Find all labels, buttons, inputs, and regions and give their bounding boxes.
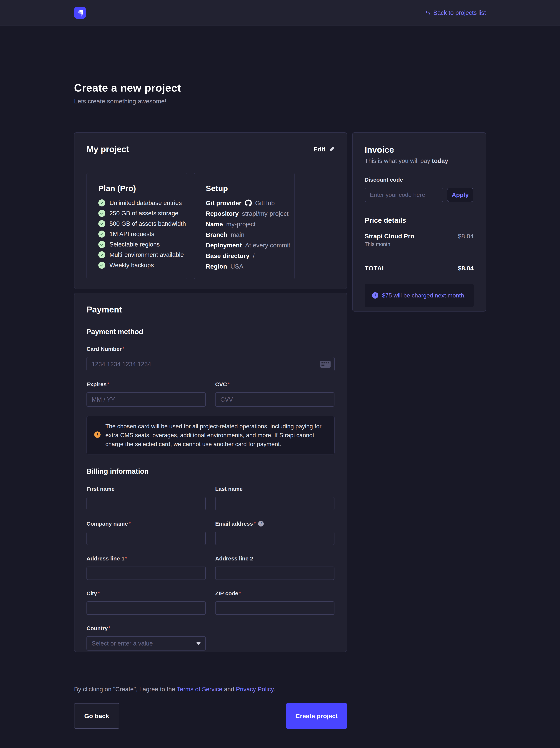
discount-code-input[interactable] <box>365 188 443 202</box>
footer-actions: Go back Create project <box>74 703 347 729</box>
first-name-input[interactable] <box>87 497 206 510</box>
invoice-title: Invoice <box>365 145 474 155</box>
city-label: City* <box>87 590 206 597</box>
strapi-logo-icon <box>74 7 86 19</box>
required-asterisk: * <box>98 590 100 597</box>
first-name-field-group: First name <box>87 486 206 510</box>
back-arrow-icon <box>425 10 430 16</box>
top-navbar: Back to projects list <box>0 0 560 26</box>
invoice-panel: Invoice This is what you will pay today … <box>352 132 486 311</box>
total-amount: $8.04 <box>458 265 474 272</box>
price-item-name: Strapi Cloud Pro <box>365 233 414 240</box>
edit-project-button[interactable]: Edit <box>314 146 335 153</box>
setup-row-repository: Repository strapi/my-project <box>206 210 283 217</box>
country-field-group: Country* Select or enter a value <box>87 625 206 651</box>
plan-feature-list: Unlimited database entries 250 GB of ass… <box>98 199 175 269</box>
country-select[interactable]: Select or enter a value <box>87 636 206 651</box>
list-item: Unlimited database entries <box>98 199 175 207</box>
payment-card: Payment Payment method Card Number* Expi… <box>74 293 347 652</box>
company-field-group: Company name* <box>87 521 206 545</box>
company-label: Company name* <box>87 521 206 527</box>
github-icon <box>245 200 252 207</box>
terms-of-service-link[interactable]: Terms of Service <box>177 686 222 693</box>
plan-title: Plan (Pro) <box>98 184 175 193</box>
city-field-group: City* <box>87 590 206 615</box>
card-usage-warning: ! The chosen card will be used for all p… <box>87 416 335 454</box>
setup-row-git-provider: Git provider GitHub <box>206 199 283 207</box>
terms-text: By clicking on "Create", I agree to the … <box>74 686 486 693</box>
price-details-heading: Price details <box>365 216 474 225</box>
email-input[interactable] <box>215 532 335 545</box>
cvc-label: CVC* <box>215 381 335 388</box>
setup-subcard: Setup Git provider GitHub Repository str… <box>194 173 295 279</box>
first-name-label: First name <box>87 486 206 492</box>
check-icon <box>98 200 105 207</box>
warning-text: The chosen card will be used for all pro… <box>105 422 327 448</box>
expires-label: Expires* <box>87 381 206 388</box>
notice-text: $75 will be charged next month. <box>382 292 466 299</box>
required-asterisk: * <box>107 381 109 387</box>
plan-subcard: Plan (Pro) Unlimited database entries 25… <box>87 173 188 279</box>
setup-row-region: Region USA <box>206 263 283 270</box>
strapi-logo[interactable] <box>74 7 86 19</box>
list-item: Selectable regions <box>98 241 175 248</box>
card-number-label: Card Number* <box>87 346 335 352</box>
required-asterisk: * <box>239 590 241 597</box>
list-item: 250 GB of assets storage <box>98 210 175 217</box>
zip-code-input[interactable] <box>215 601 335 615</box>
create-project-button[interactable]: Create project <box>286 703 347 729</box>
address-line1-input[interactable] <box>87 566 206 580</box>
check-icon <box>98 241 105 248</box>
last-name-label: Last name <box>215 486 335 492</box>
zip-label: ZIP code* <box>215 590 335 597</box>
address-line2-input[interactable] <box>215 566 335 580</box>
company-name-input[interactable] <box>87 532 206 545</box>
list-item: Multi-environment available <box>98 251 175 259</box>
apply-discount-button[interactable]: Apply <box>447 188 473 202</box>
email-field-group: Email address* i <box>215 521 335 545</box>
go-back-button[interactable]: Go back <box>74 703 119 729</box>
page-title: Create a new project <box>74 81 486 94</box>
back-to-projects-link[interactable]: Back to projects list <box>425 9 486 16</box>
my-project-title: My project <box>87 144 129 154</box>
setup-row-deployment: Deployment At every commit <box>206 241 283 249</box>
city-input[interactable] <box>87 601 206 615</box>
info-icon[interactable]: i <box>258 521 264 527</box>
card-number-input[interactable] <box>87 357 335 371</box>
last-name-input[interactable] <box>215 497 335 510</box>
billing-heading: Billing information <box>87 467 335 475</box>
privacy-policy-link[interactable]: Privacy Policy <box>236 686 273 693</box>
page-subtitle: Lets create something awesome! <box>74 98 486 105</box>
discount-code-label: Discount code <box>365 177 474 183</box>
next-month-notice: i $75 will be charged next month. <box>365 284 474 307</box>
price-line-item: Strapi Cloud Pro $8.04 <box>365 233 474 240</box>
country-select-placeholder: Select or enter a value <box>92 640 153 647</box>
check-icon <box>98 210 105 217</box>
back-link-label: Back to projects list <box>433 9 486 16</box>
email-label: Email address* i <box>215 521 335 527</box>
list-item: Weekly backups <box>98 261 175 269</box>
payment-title: Payment <box>87 304 335 314</box>
total-label: TOTAL <box>365 265 386 272</box>
setup-title: Setup <box>206 184 283 193</box>
price-item-period: This month <box>365 241 474 247</box>
expires-input[interactable] <box>87 392 206 406</box>
setup-row-base-directory: Base directory / <box>206 252 283 259</box>
payment-method-heading: Payment method <box>87 328 335 336</box>
last-name-field-group: Last name <box>215 486 335 510</box>
required-asterisk: * <box>108 625 111 631</box>
address1-field-group: Address line 1* <box>87 556 206 580</box>
chevron-down-icon <box>196 642 201 645</box>
main-column: My project Edit Plan (Pro) <box>74 132 347 652</box>
list-item: 1M API requests <box>98 230 175 238</box>
setup-row-name: Name my-project <box>206 220 283 228</box>
edit-label: Edit <box>314 146 325 153</box>
check-icon <box>98 251 105 258</box>
credit-card-icon <box>320 361 331 368</box>
cvc-input[interactable] <box>215 392 335 406</box>
required-asterisk: * <box>227 381 229 387</box>
required-asterisk: * <box>122 346 124 352</box>
total-row: TOTAL $8.04 <box>365 265 474 272</box>
invoice-divider <box>365 255 474 255</box>
address2-label: Address line 2 <box>215 556 335 562</box>
